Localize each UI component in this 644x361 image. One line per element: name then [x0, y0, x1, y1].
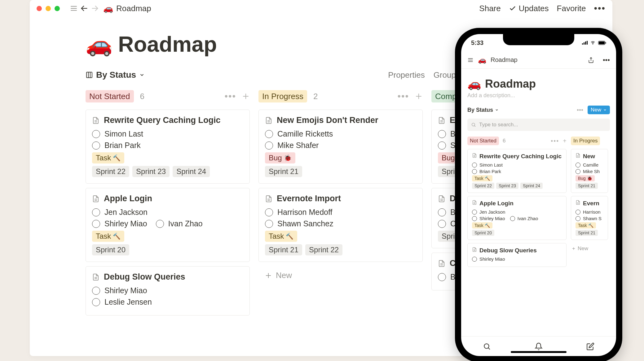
phone-tabbar [461, 336, 616, 356]
phone-board: Not Started 6 ••• + Rewrite Query Cachin… [467, 137, 610, 270]
minimize-window-icon[interactable] [46, 6, 51, 11]
phone-view-row: By Status ••• New [467, 106, 610, 114]
board-card[interactable]: Evernote ImportHarrison MedoffShawn Sanc… [258, 188, 423, 262]
statusbar-time: 5:33 [471, 39, 483, 46]
board-card[interactable]: New Emojis Don't RenderCamille RickettsM… [258, 110, 423, 184]
avatar [576, 163, 580, 167]
board-card[interactable]: Apple LoginJen JacksonShirley MiaoIvan Z… [86, 188, 250, 262]
battery-icon [598, 41, 606, 45]
card-person: Simon Last [472, 162, 562, 167]
share-icon[interactable] [588, 57, 594, 63]
avatar [438, 220, 446, 228]
compose-tab-icon[interactable] [586, 342, 594, 350]
column-add-icon[interactable] [415, 92, 423, 100]
phone-page-title: 🚗 Roadmap [467, 77, 610, 90]
board-card[interactable]: EvernHarrisonShawn STask 🔨Sprint 21 [571, 196, 608, 240]
card-person: Shawn Sanchez [265, 219, 416, 228]
avatar [510, 216, 515, 221]
hamburger-icon[interactable] [68, 3, 79, 14]
column-add-icon[interactable]: + [563, 137, 567, 145]
phone-search-input[interactable]: Type to search... [467, 119, 610, 131]
status-pill[interactable]: In Progress [258, 90, 307, 102]
card-person: Simon Last [92, 129, 243, 138]
page-icon [472, 153, 477, 158]
breadcrumb[interactable]: 🚗 Roadmap [103, 4, 151, 13]
board-card[interactable]: NewCamilleMike ShBug 🐞Sprint 21 [571, 149, 608, 193]
sprint-tag: Sprint 22 [305, 244, 342, 255]
column-count: 6 [140, 92, 144, 101]
favorite-button[interactable]: Favorite [557, 4, 586, 13]
column-header: Not Started 6 ••• [86, 89, 250, 104]
page-icon [576, 153, 580, 158]
card-person: Jen Jackson [92, 208, 243, 217]
notifications-tab-icon[interactable] [535, 342, 543, 350]
page-icon [438, 260, 445, 267]
card-sprints: Sprint 22Sprint 23Sprint 24 [92, 166, 243, 177]
page-icon [472, 247, 477, 252]
board-column: In Progress 2 ••• New Emojis Don't Rende… [258, 89, 423, 320]
column-add-icon[interactable] [242, 92, 250, 100]
card-tags: Bug🐞 [265, 152, 416, 163]
column-more-icon[interactable]: ••• [397, 91, 409, 102]
close-window-icon[interactable] [37, 6, 42, 11]
add-card-button[interactable]: New [258, 266, 423, 285]
avatar [472, 210, 477, 215]
view-selector-label: By Status [96, 70, 136, 80]
column-more-icon[interactable]: ••• [551, 137, 559, 145]
status-pill[interactable]: Not Started [86, 90, 134, 102]
more-icon[interactable]: ••• [577, 107, 583, 114]
type-tag: Task🔨 [92, 152, 124, 163]
sprint-tag: Sprint 24 [520, 183, 543, 189]
home-indicator[interactable] [511, 351, 567, 353]
board-card[interactable]: Rewrite Query Caching LogicSimon LastBri… [86, 110, 250, 184]
type-tag: Task🔨 [92, 231, 124, 242]
page-icon [472, 200, 477, 205]
board-card[interactable]: Rewrite Query Caching LogicSimon LastBri… [467, 149, 567, 193]
status-pill[interactable]: Not Started [467, 137, 499, 145]
board-card[interactable]: Debug Slow QueriesShirley MiaoLeslie Jen… [86, 266, 250, 315]
card-person: Harrison [576, 209, 603, 215]
phone-view-selector[interactable]: By Status [467, 107, 499, 113]
view-selector[interactable]: By Status [86, 70, 145, 80]
properties-button[interactable]: Properties [388, 70, 425, 80]
sprint-tag: Sprint 21 [576, 183, 598, 189]
new-button[interactable]: New [588, 106, 610, 114]
svg-point-58 [484, 344, 489, 348]
page-icon [92, 273, 99, 281]
avatar [265, 220, 273, 228]
card-person: Harrison Medoff [265, 208, 416, 217]
type-tag: Task🔨 [265, 231, 297, 242]
status-pill[interactable]: In Progres [571, 137, 600, 145]
board-icon [86, 71, 93, 79]
back-icon[interactable] [79, 3, 90, 14]
svg-rect-35 [584, 42, 584, 45]
card-title: Apple Login [472, 200, 562, 207]
card-tags: Task🔨 [265, 231, 416, 242]
avatar [472, 169, 477, 174]
search-tab-icon[interactable] [483, 342, 491, 350]
fullscreen-window-icon[interactable] [55, 6, 60, 11]
column-more-icon[interactable]: ••• [224, 91, 236, 102]
add-card-button[interactable]: + New [571, 243, 608, 254]
hamburger-icon[interactable] [467, 57, 474, 63]
board-card[interactable]: Debug Slow QueriesShirley Miao [467, 243, 567, 267]
avatar [576, 169, 580, 174]
updates-button[interactable]: Updates [509, 4, 549, 13]
sprint-tag: Sprint 22 [92, 166, 129, 177]
avatar [438, 273, 446, 281]
more-icon[interactable]: ••• [603, 56, 610, 64]
chevron-down-icon [603, 108, 607, 112]
type-tag: Task 🔨 [472, 175, 492, 181]
share-button[interactable]: Share [479, 4, 501, 13]
sprint-tag: Sprint 20 [92, 244, 129, 255]
avatar [472, 257, 477, 262]
svg-rect-36 [585, 41, 586, 45]
avatar [92, 287, 100, 295]
type-tag: Task 🔨 [576, 222, 596, 228]
forward-icon[interactable] [90, 3, 100, 14]
more-icon[interactable]: ••• [594, 3, 606, 14]
board-card[interactable]: Apple LoginJen JacksonShirley MiaoIvan Z… [467, 196, 567, 240]
phone-breadcrumb[interactable]: Roadmap [491, 56, 518, 63]
svg-line-59 [488, 348, 490, 349]
phone-description-placeholder[interactable]: Add a description... [467, 92, 610, 99]
